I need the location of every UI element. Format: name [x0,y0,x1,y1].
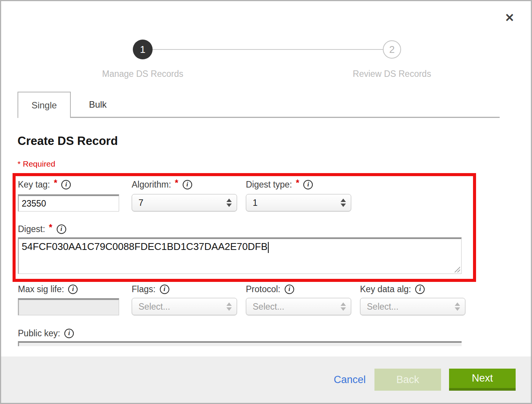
dropdown-arrows-icon [226,302,232,311]
tab-single[interactable]: Single [18,92,71,118]
protocol-select[interactable]: Select... [246,298,351,315]
dropdown-arrows-icon [341,302,346,311]
next-button[interactable]: Next [449,369,516,391]
required-asterisk: * [175,178,178,188]
required-note: * Required [18,159,55,169]
flags-select-value: Select... [139,302,170,312]
create-ds-record-modal: ✕ 1 2 Manage DS Records Review DS Record… [0,0,532,404]
key-data-alg-select-value: Select... [367,302,398,312]
close-icon[interactable]: ✕ [503,11,516,25]
info-icon[interactable]: i [303,180,313,189]
modal-footer: Cancel Back Next [1,356,531,403]
step-1-indicator: 1 [133,40,153,59]
protocol-label: Protocol: [246,284,280,294]
max-sig-life-label: Max sig life: [18,284,64,294]
flags-label: Flags: [132,284,156,294]
dropdown-arrows-icon [226,199,232,207]
max-sig-life-label-group: Max sig life: i [18,284,78,294]
digest-textarea[interactable]: 54FCF030AA1C79C0088FDEC1BD1C37DAA2E70DFB [18,237,462,274]
key-tag-input[interactable] [18,194,119,212]
info-icon[interactable]: i [160,285,169,294]
key-tag-label-group: Key tag: * i [18,179,71,190]
dropdown-arrows-icon [341,199,346,207]
algorithm-label: Algorithm: [132,180,171,190]
tab-bulk[interactable]: Bulk [71,92,125,117]
algorithm-select-value: 7 [139,198,143,208]
key-data-alg-label: Key data alg: [360,284,411,294]
flags-label-group: Flags: i [132,284,169,294]
digest-value: 54FCF030AA1C79C0088FDEC1BD1C37DAA2E70DFB [22,241,268,252]
public-key-label-group: Public key: i [18,328,74,339]
algorithm-select[interactable]: 7 [132,194,237,212]
info-icon[interactable]: i [285,285,294,294]
info-icon[interactable]: i [57,224,66,234]
protocol-select-value: Select... [253,302,284,312]
digest-type-label-group: Digest type: * i [246,179,313,190]
max-sig-life-input[interactable] [18,298,119,315]
digest-type-select[interactable]: 1 [246,194,351,212]
info-icon[interactable]: i [415,285,425,294]
cancel-button[interactable]: Cancel [334,374,366,386]
required-asterisk: * [49,223,53,233]
info-icon[interactable]: i [64,329,74,338]
key-tag-label: Key tag: [18,180,50,190]
key-data-alg-select[interactable]: Select... [360,298,465,315]
key-data-alg-label-group: Key data alg: i [360,284,425,294]
step-1-label: Manage DS Records [82,69,204,79]
required-asterisk: * [296,178,299,188]
algorithm-label-group: Algorithm: * i [132,179,192,190]
info-icon[interactable]: i [61,180,71,189]
flags-select[interactable]: Select... [132,298,237,315]
tab-underline [18,117,500,118]
protocol-label-group: Protocol: i [246,284,294,294]
dropdown-arrows-icon [455,302,460,311]
page-title: Create DS Record [18,134,118,148]
stepper-connector [152,49,384,50]
step-2-indicator: 2 [383,40,401,59]
step-2-label: Review DS Records [331,69,453,79]
required-asterisk: * [54,178,57,188]
public-key-textarea[interactable] [18,341,462,346]
info-icon[interactable]: i [183,180,192,189]
back-button[interactable]: Back [374,369,441,391]
resize-grip-icon[interactable] [454,266,460,272]
digest-type-label: Digest type: [246,180,292,190]
text-cursor [268,242,269,253]
info-icon[interactable]: i [68,285,78,294]
digest-label: Digest: [18,224,45,234]
digest-label-group: Digest: * i [18,224,66,234]
digest-type-select-value: 1 [253,198,258,208]
public-key-label: Public key: [18,328,60,339]
